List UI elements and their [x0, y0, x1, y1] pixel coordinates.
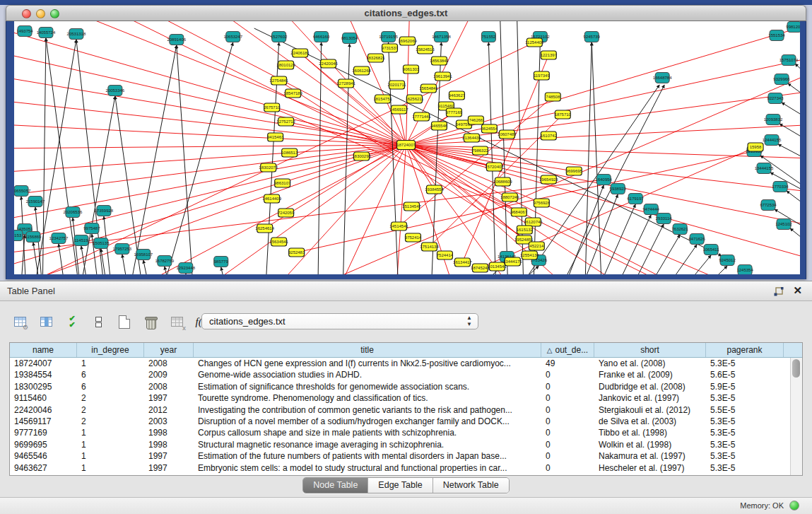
- cell-title: Tourette syndrome. Phenomenology and cla…: [194, 392, 541, 404]
- table-row[interactable]: 946362711997Embryonic stem cells: a mode…: [10, 462, 791, 474]
- column-header-in-degree[interactable]: in_degree: [77, 343, 144, 357]
- table-panel: ▾ Table Panel ✕ ⚙ ✔✔: [0, 281, 812, 514]
- column-header-title[interactable]: title: [194, 343, 541, 357]
- graph-edge: [575, 194, 618, 274]
- window-titlebar[interactable]: citations_edges.txt: [6, 5, 806, 21]
- network-graph[interactable]: 1872400714937541405572420531318208914061…: [14, 21, 800, 274]
- graph-node-label: 15634541: [269, 240, 288, 244]
- cell-title: Corpus callosum shape and size in male p…: [194, 427, 541, 438]
- graph-node-label: 18302073: [259, 165, 278, 170]
- cell-out-de-: 0: [541, 427, 594, 438]
- import-table-button-disabled: x: [167, 312, 187, 332]
- cell-pagerank: 5.3E-5: [706, 358, 784, 369]
- cell-in-degree: 2: [77, 416, 144, 427]
- delete-table-button[interactable]: [141, 312, 160, 332]
- graph-node-label: 16254614: [255, 226, 274, 230]
- graph-node-label: 5938923: [610, 187, 627, 191]
- graph-edge: [639, 235, 680, 274]
- graph-node-label: 18010129: [276, 63, 295, 67]
- graph-edge: [406, 145, 777, 274]
- graph-node-label: 10653247: [223, 35, 242, 39]
- select-columns-button[interactable]: [36, 312, 56, 332]
- cell-pagerank: 5.9E-5: [706, 381, 784, 392]
- new-table-button[interactable]: [114, 312, 134, 332]
- graph-node-label: 39153: [14, 233, 22, 238]
- table-row[interactable]: 1830029562008Estimation of significance …: [10, 381, 791, 392]
- graph-edge: [790, 228, 800, 263]
- graph-node-label: 9981201: [786, 25, 800, 29]
- graph-node-label: 21590147: [26, 199, 45, 204]
- graph-node-label: 2933114: [656, 216, 673, 221]
- network-canvas[interactable]: 1872400714937541405572420531318208914061…: [14, 21, 800, 274]
- cell-name: 19384554: [10, 369, 77, 380]
- table-panel-header: Table Panel ✕: [0, 281, 812, 301]
- graph-edge: [788, 83, 800, 117]
- graph-node-label: 20655057: [14, 189, 31, 193]
- select-rows-check-button[interactable]: ✔✔: [62, 312, 82, 332]
- column-header-year[interactable]: year: [144, 343, 194, 357]
- column-label: year: [160, 345, 177, 355]
- window-top-edge: [0, 0, 812, 5]
- cell-in-degree: 1: [77, 462, 144, 474]
- cell-pagerank: 5.3E-5: [706, 392, 784, 404]
- column-label: name: [33, 345, 54, 355]
- graph-node-label: 9731537: [382, 46, 399, 50]
- graph-node-label: 10688609: [493, 180, 512, 184]
- table-row[interactable]: 1938455462009Genome-wide association stu…: [10, 369, 791, 380]
- tab-node-table[interactable]: Node Table: [303, 478, 368, 493]
- table-row[interactable]: 1872400712008Changes of HCN gene express…: [10, 358, 791, 369]
- column-header-name[interactable]: name: [10, 343, 77, 357]
- vertical-scrollbar[interactable]: [790, 358, 802, 475]
- graph-node-label: 17359928: [95, 209, 114, 213]
- status-bar: Memory: OK: [0, 497, 812, 514]
- graph-node-label: 16256211: [405, 97, 424, 101]
- graph-node-label: 11254408: [525, 40, 544, 45]
- float-panel-icon[interactable]: [774, 286, 784, 296]
- graph-node-label: 8813054: [341, 36, 358, 40]
- column-header-pagerank[interactable]: pagerank: [706, 343, 784, 357]
- cell-out-de-: 49: [541, 358, 594, 369]
- table-row[interactable]: 911546021997Tourette syndrome. Phenomeno…: [10, 392, 791, 404]
- column-header-short[interactable]: short: [594, 343, 706, 357]
- cell-in-degree: 1: [77, 450, 144, 462]
- graph-node-label: 20531318: [67, 32, 86, 36]
- table-row[interactable]: 946554611997Estimation of the future num…: [10, 450, 791, 462]
- table-options-button[interactable]: ⚙: [10, 312, 30, 332]
- close-panel-icon[interactable]: ✕: [793, 284, 802, 297]
- table-row[interactable]: 2242004622012Investigating the contribut…: [10, 404, 791, 416]
- memory-status-icon[interactable]: [789, 501, 799, 510]
- table-select-dropdown[interactable]: citations_edges.txt ▲▼: [201, 313, 478, 329]
- graph-node-label: 20206536: [64, 210, 83, 214]
- cell-name: 9463627: [10, 462, 77, 474]
- cell-name: 9465546: [10, 450, 77, 462]
- graph-edge: [795, 64, 800, 99]
- tab-edge-table[interactable]: Edge Table: [368, 478, 433, 493]
- column-header-out-de-[interactable]: △out_de...: [541, 343, 594, 357]
- cell-short: Stergiakouli et al. (2012): [594, 404, 706, 416]
- graph-node-label: 6772534: [760, 203, 777, 207]
- graph-node-label: 9777169: [446, 110, 463, 115]
- graph-edge: [127, 45, 177, 274]
- table-row[interactable]: 1456911722003Disruption of a novel membe…: [10, 416, 791, 427]
- scrollbar-thumb[interactable]: [792, 359, 800, 378]
- cell-year: 1997: [144, 392, 194, 404]
- table-row[interactable]: 969969511998Structural magnetic resonanc…: [10, 439, 791, 450]
- graph-node-label: 9329966: [773, 77, 790, 81]
- table-row[interactable]: 977716911998Corpus callosum shape and si…: [10, 427, 791, 438]
- graph-node-label: 1245354: [736, 268, 753, 272]
- cell-short: Yano et al. (2008): [594, 358, 706, 369]
- graph-node-label: 7524414: [437, 253, 454, 257]
- cell-short: de Silva et al. (2003): [594, 416, 706, 427]
- column-label: out_de...: [555, 345, 588, 355]
- cell-out-de-: 0: [541, 369, 594, 380]
- graph-edge: [122, 255, 131, 274]
- graph-edge: [782, 103, 800, 134]
- row-height-button[interactable]: [88, 312, 108, 332]
- graph-edge: [500, 21, 508, 274]
- graph-node-label: 17514134: [420, 245, 439, 249]
- tab-network-table[interactable]: Network Table: [433, 478, 509, 493]
- cell-in-degree: 6: [77, 381, 144, 392]
- graph-node-label: 14614409: [262, 197, 281, 201]
- graph-node-label: 15134547: [402, 204, 421, 209]
- cell-title: Investigating the contribution of common…: [194, 404, 541, 416]
